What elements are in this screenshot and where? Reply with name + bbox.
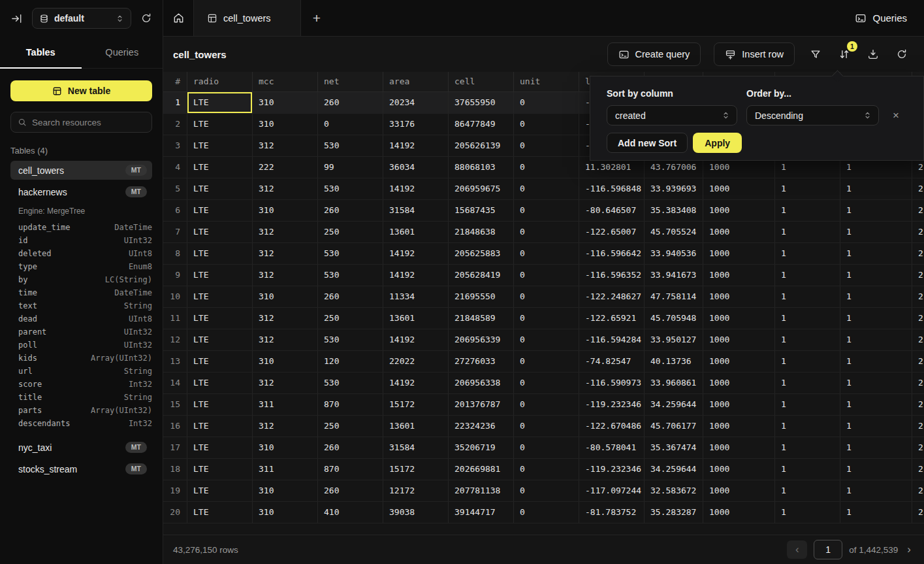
search-input[interactable] [32, 118, 148, 127]
table-cell[interactable]: 870 [318, 459, 383, 480]
table-cell[interactable]: 33.941673 [645, 265, 703, 286]
column-header[interactable]: radio [187, 72, 253, 92]
table-cell[interactable]: LTE [187, 416, 253, 437]
table-cell[interactable]: 530 [318, 265, 383, 286]
table-cell[interactable]: LTE [187, 308, 253, 329]
table-row[interactable]: 12LTE312530141922069563390-116.59428433.… [163, 329, 924, 351]
table-cell[interactable]: 870 [318, 394, 383, 415]
row-number-cell[interactable]: 3 [163, 135, 187, 156]
table-cell[interactable]: 36034 [383, 157, 449, 178]
row-number-cell[interactable]: 9 [163, 265, 187, 286]
filter-button[interactable] [808, 46, 823, 62]
table-cell[interactable]: LTE [187, 265, 253, 286]
table-cell[interactable]: 250 [318, 416, 383, 437]
create-query-button[interactable]: Create query [607, 42, 701, 66]
table-cell[interactable]: 14192 [383, 243, 449, 264]
table-row[interactable]: 11LTE31225013601218485890-122.6592145.70… [163, 308, 924, 329]
table-cell[interactable]: 45.705524 [645, 222, 703, 242]
table-cell[interactable]: 1000 [703, 329, 775, 350]
table-cell[interactable]: 1000 [703, 222, 775, 242]
table-cell[interactable]: 310 [253, 437, 318, 458]
refresh-table-button[interactable] [894, 46, 910, 62]
page-number-input[interactable] [814, 540, 842, 559]
table-row[interactable]: 9LTE312530141922056284190-116.59635233.9… [163, 265, 924, 286]
table-cell[interactable]: 35206719 [449, 437, 514, 458]
table-row[interactable]: 7LTE31225013601218486380-122.6500745.705… [163, 222, 924, 243]
table-cell[interactable]: 15687435 [449, 200, 514, 221]
table-cell[interactable]: 260 [318, 437, 383, 458]
table-cell[interactable]: 33.939693 [645, 178, 703, 199]
table-cell[interactable]: 15172 [383, 459, 449, 480]
table-cell[interactable]: 206959675 [449, 178, 514, 199]
table-cell[interactable]: 1 [775, 265, 840, 286]
table-row[interactable]: 16LTE31225013601223242360-122.67048645.7… [163, 416, 924, 437]
table-cell[interactable]: 2 [912, 373, 924, 393]
table-cell[interactable]: -119.232346 [579, 459, 645, 480]
column-header[interactable]: mcc [253, 72, 318, 92]
table-cell[interactable]: 2 [912, 437, 924, 458]
table-row[interactable]: 17LTE31026031584352067190-80.57804135.36… [163, 437, 924, 459]
row-number-cell[interactable]: 6 [163, 200, 187, 221]
table-cell[interactable]: 202669881 [449, 459, 514, 480]
table-cell[interactable]: 1 [840, 394, 912, 415]
table-cell[interactable]: 86477849 [449, 114, 514, 135]
table-cell[interactable]: 1000 [703, 200, 775, 221]
table-cell[interactable]: 32.583672 [645, 480, 703, 501]
table-cell[interactable]: LTE [187, 92, 253, 113]
table-cell[interactable]: 0 [514, 178, 579, 199]
table-cell[interactable]: 20234 [383, 92, 449, 113]
table-cell[interactable]: LTE [187, 329, 253, 350]
table-cell[interactable]: 205628419 [449, 265, 514, 286]
table-cell[interactable]: 312 [253, 373, 318, 393]
table-cell[interactable]: 207781138 [449, 480, 514, 501]
table-cell[interactable]: 37655950 [449, 92, 514, 113]
table-cell[interactable]: 1 [840, 178, 912, 199]
table-row[interactable]: 14LTE312530141922069563380-116.59097333.… [163, 373, 924, 394]
apply-sort-button[interactable]: Apply [693, 133, 742, 153]
row-number-cell[interactable]: 11 [163, 308, 187, 329]
table-cell[interactable]: -117.097244 [579, 480, 645, 501]
row-number-cell[interactable]: 17 [163, 437, 187, 458]
table-cell[interactable]: 1000 [703, 502, 775, 523]
sort-column-select[interactable]: created [607, 105, 737, 125]
row-number-cell[interactable]: 4 [163, 157, 187, 178]
table-cell[interactable]: 33.960861 [645, 373, 703, 393]
table-cell[interactable]: -122.248627 [579, 286, 645, 307]
table-cell[interactable]: 310 [253, 114, 318, 135]
table-cell[interactable]: -116.596642 [579, 243, 645, 264]
table-cell[interactable]: 1000 [703, 265, 775, 286]
table-cell[interactable]: 260 [318, 286, 383, 307]
table-cell[interactable]: 33.940536 [645, 243, 703, 264]
table-cell[interactable]: 310 [253, 351, 318, 372]
table-cell[interactable]: 0 [514, 437, 579, 458]
table-row[interactable]: 8LTE312530141922056258830-116.59664233.9… [163, 243, 924, 265]
column-header[interactable]: # [163, 72, 187, 92]
table-cell[interactable]: 33.950127 [645, 329, 703, 350]
table-cell[interactable]: 31584 [383, 200, 449, 221]
table-cell[interactable]: -116.596848 [579, 178, 645, 199]
table-row[interactable]: 19LTE310260121722077811380-117.09724432.… [163, 480, 924, 502]
table-cell[interactable]: 0 [514, 200, 579, 221]
table-cell[interactable]: 13601 [383, 222, 449, 242]
table-cell[interactable]: 1000 [703, 351, 775, 372]
table-cell[interactable]: 1 [840, 200, 912, 221]
table-cell[interactable]: 45.706177 [645, 416, 703, 437]
table-cell[interactable]: 530 [318, 178, 383, 199]
table-cell[interactable]: 260 [318, 92, 383, 113]
table-row[interactable]: 6LTE31026031584156874350-80.64650735.383… [163, 200, 924, 222]
row-number-cell[interactable]: 8 [163, 243, 187, 264]
table-cell[interactable]: 0 [514, 351, 579, 372]
tab-cell-towers[interactable]: cell_towers [193, 0, 301, 36]
table-cell[interactable]: 1 [840, 308, 912, 329]
table-cell[interactable]: 0 [514, 265, 579, 286]
table-cell[interactable]: 206956339 [449, 329, 514, 350]
table-cell[interactable]: 1 [775, 351, 840, 372]
table-cell[interactable]: 1 [775, 394, 840, 415]
sidebar-item-hackernews[interactable]: hackernews MT [10, 182, 152, 201]
table-cell[interactable]: 1000 [703, 416, 775, 437]
sort-order-select[interactable]: Descending [746, 105, 879, 125]
table-cell[interactable]: 45.705948 [645, 308, 703, 329]
sidebar-item-nyc-taxi[interactable]: nyc_taxi MT [10, 438, 152, 457]
table-cell[interactable]: 0 [514, 416, 579, 437]
table-cell[interactable]: 0 [514, 373, 579, 393]
